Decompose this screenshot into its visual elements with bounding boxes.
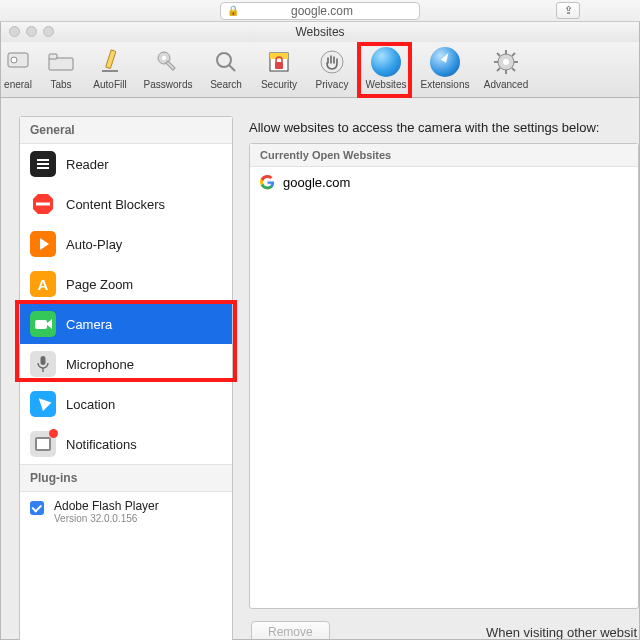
- toolbar-general[interactable]: eneral: [1, 45, 35, 90]
- sidebar-item-notifications[interactable]: Notifications: [20, 424, 232, 464]
- sidebar-item-content-blockers[interactable]: Content Blockers: [20, 184, 232, 224]
- toolbar-label: Privacy: [316, 79, 349, 90]
- search-icon: [211, 47, 241, 77]
- sidebar-item-location[interactable]: Location: [20, 384, 232, 424]
- sidebar-item-reader[interactable]: Reader: [20, 144, 232, 184]
- sidebar-item-label: Location: [66, 397, 115, 412]
- svg-rect-4: [106, 50, 116, 69]
- list-header: Currently Open Websites: [250, 144, 638, 167]
- svg-rect-3: [49, 54, 57, 59]
- globe-icon: [371, 47, 401, 77]
- svg-point-17: [503, 59, 509, 65]
- toolbar-label: Search: [210, 79, 242, 90]
- svg-line-10: [229, 65, 235, 71]
- main-footer: Remove When visiting other websit: [249, 609, 639, 639]
- traffic-lights[interactable]: [9, 26, 54, 37]
- window-titlebar: Websites: [1, 22, 639, 42]
- main-panel: Allow websites to access the camera with…: [249, 116, 639, 639]
- svg-line-23: [512, 68, 515, 71]
- svg-line-25: [497, 68, 500, 71]
- block-icon: [30, 191, 56, 217]
- toolbar-label: AutoFill: [93, 79, 126, 90]
- tabs-icon: [46, 47, 76, 77]
- sidebar-item-label: Microphone: [66, 357, 134, 372]
- sidebar-item-label: Auto-Play: [66, 237, 122, 252]
- toolbar-label: Advanced: [484, 79, 528, 90]
- sidebar-item-autoplay[interactable]: Auto-Play: [20, 224, 232, 264]
- preferences-window: Websites eneral Tabs AutoFill Passwords: [0, 22, 640, 640]
- toolbar-advanced[interactable]: Advanced: [479, 45, 533, 90]
- zoom-icon: A: [30, 271, 56, 297]
- svg-point-9: [217, 53, 231, 67]
- remove-button[interactable]: Remove: [251, 621, 330, 639]
- lock-icon: 🔒: [227, 5, 239, 16]
- google-favicon-icon: [260, 175, 275, 190]
- svg-rect-12: [270, 53, 288, 59]
- plugin-name: Adobe Flash Player: [54, 499, 159, 513]
- plugin-version: Version 32.0.0.156: [54, 513, 159, 524]
- svg-rect-14: [275, 62, 283, 69]
- toolbar-label: eneral: [4, 79, 32, 90]
- plugin-checkbox[interactable]: [30, 501, 44, 515]
- location-icon: [30, 391, 56, 417]
- share-button[interactable]: ⇪: [556, 2, 580, 19]
- svg-line-22: [497, 53, 500, 56]
- svg-point-7: [162, 56, 166, 60]
- sidebar-item-label: Content Blockers: [66, 197, 165, 212]
- sidebar-item-pagezoom[interactable]: A Page Zoom: [20, 264, 232, 304]
- main-heading: Allow websites to access the camera with…: [249, 116, 639, 143]
- pencil-icon: [95, 47, 125, 77]
- toolbar-tabs[interactable]: Tabs: [41, 45, 81, 90]
- play-icon: [30, 231, 56, 257]
- sidebar-section-general: General: [20, 117, 232, 144]
- toolbar-label: Passwords: [144, 79, 193, 90]
- switch-icon: [3, 47, 33, 77]
- address-url: google.com: [291, 4, 353, 18]
- svg-rect-28: [41, 356, 46, 365]
- toolbar-label: Websites: [366, 79, 407, 90]
- svg-point-1: [11, 57, 17, 63]
- svg-line-24: [512, 53, 515, 56]
- toolbar-privacy[interactable]: Privacy: [309, 45, 355, 90]
- content-area: General Reader Content Blockers Auto-Pla…: [1, 98, 639, 639]
- sidebar-item-label: Notifications: [66, 437, 137, 452]
- toolbar-passwords[interactable]: Passwords: [139, 45, 197, 90]
- window-title: Websites: [295, 25, 344, 39]
- microphone-icon: [30, 351, 56, 377]
- footer-hint: When visiting other websit: [486, 625, 637, 640]
- settings-sidebar: General Reader Content Blockers Auto-Pla…: [19, 116, 233, 640]
- compass-icon: [430, 47, 460, 77]
- sidebar-item-label: Reader: [66, 157, 109, 172]
- toolbar-autofill[interactable]: AutoFill: [87, 45, 133, 90]
- preferences-toolbar: eneral Tabs AutoFill Passwords Search: [1, 42, 639, 98]
- website-name: google.com: [283, 175, 350, 190]
- toolbar-label: Tabs: [50, 79, 71, 90]
- svg-rect-2: [49, 58, 73, 70]
- toolbar-security[interactable]: Security: [255, 45, 303, 90]
- reader-icon: [30, 151, 56, 177]
- website-row[interactable]: google.com: [250, 167, 638, 198]
- toolbar-websites[interactable]: Websites: [361, 45, 411, 90]
- plugin-row[interactable]: Adobe Flash Player Version 32.0.0.156: [20, 492, 232, 531]
- svg-rect-8: [166, 61, 175, 70]
- toolbar-extensions[interactable]: Extensions: [417, 45, 473, 90]
- address-bar[interactable]: 🔒 google.com: [220, 2, 420, 20]
- gear-icon: [491, 47, 521, 77]
- sidebar-item-camera[interactable]: Camera: [20, 304, 232, 344]
- svg-rect-27: [36, 203, 50, 206]
- hand-icon: [317, 47, 347, 77]
- sidebar-item-label: Camera: [66, 317, 112, 332]
- notification-icon: [30, 431, 56, 457]
- sidebar-item-microphone[interactable]: Microphone: [20, 344, 232, 384]
- toolbar-search[interactable]: Search: [203, 45, 249, 90]
- security-icon: [264, 47, 294, 77]
- sidebar-item-label: Page Zoom: [66, 277, 133, 292]
- websites-list: Currently Open Websites google.com: [249, 143, 639, 609]
- browser-address-strip: 🔒 google.com ⇪: [0, 0, 640, 22]
- key-icon: [153, 47, 183, 77]
- svg-rect-5: [102, 70, 118, 72]
- camera-icon: [30, 311, 56, 337]
- sidebar-section-plugins: Plug-ins: [20, 464, 232, 492]
- toolbar-label: Extensions: [421, 79, 470, 90]
- toolbar-label: Security: [261, 79, 297, 90]
